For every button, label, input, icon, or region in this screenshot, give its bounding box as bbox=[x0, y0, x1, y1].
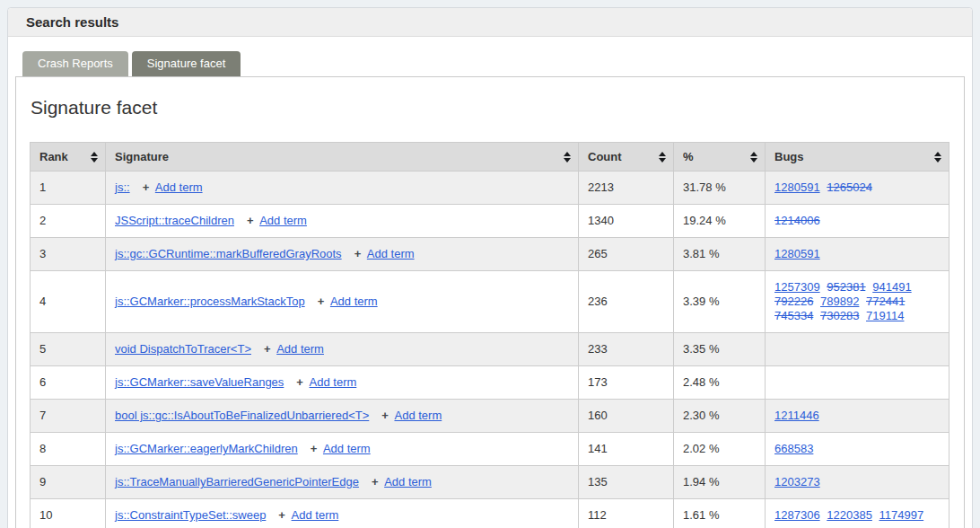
percent-cell: 3.35 % bbox=[674, 333, 766, 366]
plus-icon: + bbox=[311, 442, 320, 455]
signature-cell: js::GCMarker::processMarkStackTop+ Add t… bbox=[106, 271, 579, 333]
add-term: + Add term bbox=[296, 375, 356, 389]
count-cell: 135 bbox=[579, 466, 674, 499]
column-header-count[interactable]: Count bbox=[579, 143, 674, 172]
sort-icon[interactable] bbox=[564, 152, 571, 163]
bug-link[interactable]: 941491 bbox=[872, 280, 911, 294]
count-cell: 233 bbox=[579, 333, 674, 366]
rank-cell: 7 bbox=[31, 400, 106, 433]
rank-cell: 4 bbox=[31, 271, 106, 333]
signature-link[interactable]: js::GCMarker::processMarkStackTop bbox=[115, 295, 308, 308]
signature-link[interactable]: bool js::gc::IsAboutToBeFinalizedUnbarri… bbox=[115, 409, 372, 422]
percent-cell: 3.39 % bbox=[674, 271, 766, 333]
sort-icon[interactable] bbox=[659, 152, 666, 163]
column-header-percent[interactable]: % bbox=[674, 143, 766, 172]
bug-link[interactable]: 789892 bbox=[820, 295, 859, 308]
add-term-link[interactable]: Add term bbox=[292, 508, 339, 522]
bug-link[interactable]: 1280591 bbox=[774, 247, 820, 260]
rank-cell: 2 bbox=[31, 205, 106, 238]
bug-link[interactable]: 1220385 bbox=[827, 508, 872, 522]
tab-bar: Crash Reports Signature facet bbox=[15, 51, 965, 76]
add-term-link[interactable]: Add term bbox=[367, 247, 415, 260]
count-cell: 173 bbox=[579, 366, 674, 400]
bug-link[interactable]: 1211446 bbox=[774, 409, 819, 422]
count-cell: 112 bbox=[579, 499, 674, 528]
tab-crash-reports[interactable]: Crash Reports bbox=[22, 51, 128, 76]
signature-link[interactable]: js::TraceManuallyBarrieredGenericPointer… bbox=[115, 475, 362, 488]
table-row: 10 js::ConstraintTypeSet::sweep+ Add ter… bbox=[31, 499, 949, 528]
add-term-link[interactable]: Add term bbox=[394, 409, 442, 422]
table-row: 4 js::GCMarker::processMarkStackTop+ Add… bbox=[31, 271, 949, 333]
table-row: 5 void DispatchToTracer<T>+ Add term 233… bbox=[31, 333, 949, 366]
percent-cell: 2.30 % bbox=[674, 400, 766, 433]
tab-signature-facet[interactable]: Signature facet bbox=[132, 51, 241, 76]
bugs-cell: 668583 bbox=[766, 433, 949, 466]
plus-icon: + bbox=[264, 342, 274, 356]
bugs-cell bbox=[766, 333, 949, 366]
add-term: + Add term bbox=[143, 180, 203, 194]
bug-link[interactable]: 745334 bbox=[774, 309, 813, 322]
add-term-link[interactable]: Add term bbox=[384, 475, 432, 488]
bug-link[interactable]: 1287306 bbox=[774, 508, 820, 522]
bug-link[interactable]: 668583 bbox=[774, 442, 813, 455]
panel-body: Crash Reports Signature facet Signature … bbox=[8, 37, 972, 528]
sort-icon[interactable] bbox=[750, 152, 757, 163]
bug-link[interactable]: 1257309 bbox=[774, 280, 820, 294]
add-term-link[interactable]: Add term bbox=[276, 342, 324, 356]
bug-link[interactable]: 1214006 bbox=[774, 214, 820, 227]
rank-cell: 8 bbox=[31, 433, 106, 466]
sort-icon[interactable] bbox=[934, 152, 941, 163]
plus-icon: + bbox=[318, 295, 328, 308]
bug-link[interactable]: 719114 bbox=[866, 309, 904, 322]
signature-facet-table: Rank Signature Count % bbox=[30, 142, 949, 528]
signature-cell: js::gc::GCRuntime::markBufferedGrayRoots… bbox=[106, 238, 579, 271]
bug-link[interactable]: 952381 bbox=[827, 280, 865, 294]
count-cell: 1340 bbox=[579, 205, 674, 238]
bug-link[interactable]: 1203273 bbox=[774, 475, 820, 488]
signature-cell: js::GCMarker::saveValueRanges+ Add term bbox=[106, 366, 579, 400]
table-row: 8 js::GCMarker::eagerlyMarkChildren+ Add… bbox=[31, 433, 949, 466]
table-row: 6 js::GCMarker::saveValueRanges+ Add ter… bbox=[31, 366, 949, 400]
column-header-rank[interactable]: Rank bbox=[31, 143, 106, 172]
add-term-link[interactable]: Add term bbox=[155, 180, 203, 194]
bugs-cell: 1203273 bbox=[766, 466, 949, 499]
add-term-link[interactable]: Add term bbox=[259, 214, 307, 227]
search-results-panel: Search results Crash Reports Signature f… bbox=[7, 7, 973, 528]
signature-link[interactable]: js::GCMarker::saveValueRanges bbox=[115, 375, 286, 389]
signature-cell: js::TraceManuallyBarrieredGenericPointer… bbox=[106, 466, 579, 499]
table-row: 7 bool js::gc::IsAboutToBeFinalizedUnbar… bbox=[31, 400, 949, 433]
add-term: + Add term bbox=[264, 342, 324, 356]
signature-link[interactable]: js:: bbox=[115, 180, 133, 194]
bug-link[interactable]: 730283 bbox=[820, 309, 859, 322]
signature-link[interactable]: js::gc::GCRuntime::markBufferedGrayRoots bbox=[115, 247, 345, 260]
column-header-signature[interactable]: Signature bbox=[106, 143, 579, 172]
percent-cell: 3.81 % bbox=[674, 238, 766, 271]
plus-icon: + bbox=[296, 375, 306, 389]
percent-cell: 2.48 % bbox=[674, 366, 766, 400]
plus-icon: + bbox=[247, 214, 257, 227]
add-term-link[interactable]: Add term bbox=[310, 375, 357, 389]
rank-cell: 5 bbox=[31, 333, 106, 366]
count-cell: 160 bbox=[579, 400, 674, 433]
sort-icon[interactable] bbox=[91, 152, 98, 163]
table-row: 2 JSScript::traceChildren+ Add term 1340… bbox=[31, 205, 949, 238]
signature-link[interactable]: js::GCMarker::eagerlyMarkChildren bbox=[115, 442, 301, 455]
table-row: 3 js::gc::GCRuntime::markBufferedGrayRoo… bbox=[31, 238, 949, 271]
section-heading: Signature facet bbox=[31, 97, 950, 119]
signature-link[interactable]: js::ConstraintTypeSet::sweep bbox=[115, 508, 268, 522]
signature-link[interactable]: JSScript::traceChildren bbox=[115, 214, 237, 227]
bug-link[interactable]: 1280591 bbox=[774, 180, 820, 194]
signature-link[interactable]: void DispatchToTracer<T> bbox=[115, 342, 254, 356]
bug-link[interactable]: 1174997 bbox=[879, 508, 924, 522]
rank-cell: 3 bbox=[31, 238, 106, 271]
bug-link[interactable]: 1265024 bbox=[827, 180, 872, 194]
add-term-link[interactable]: Add term bbox=[323, 442, 371, 455]
add-term: + Add term bbox=[354, 247, 415, 260]
add-term-link[interactable]: Add term bbox=[330, 295, 378, 308]
bug-link[interactable]: 792226 bbox=[774, 295, 813, 308]
rank-cell: 1 bbox=[31, 172, 106, 205]
bugs-cell: 1287306 1220385 1174997 bbox=[766, 499, 949, 528]
bug-link[interactable]: 772441 bbox=[866, 295, 905, 308]
percent-cell: 1.61 % bbox=[674, 499, 766, 528]
column-header-bugs[interactable]: Bugs bbox=[766, 143, 949, 172]
